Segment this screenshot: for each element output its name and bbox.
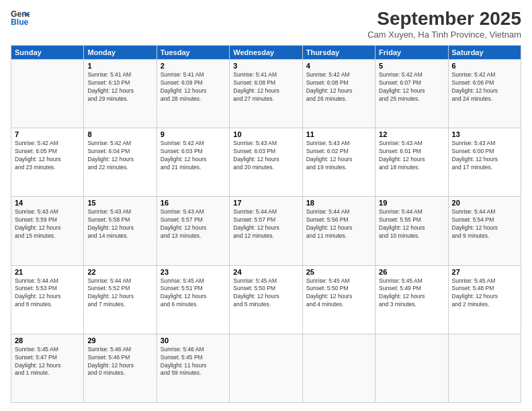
table-row: 12Sunrise: 5:43 AM Sunset: 6:01 PM Dayli… <box>375 128 448 197</box>
day-number: 2 <box>161 62 226 70</box>
day-info: Sunrise: 5:45 AM Sunset: 5:50 PM Dayligh… <box>233 277 298 310</box>
day-number: 30 <box>161 336 226 345</box>
table-row: 3Sunrise: 5:41 AM Sunset: 6:08 PM Daylig… <box>230 60 302 128</box>
calendar-week-row: 1Sunrise: 5:41 AM Sunset: 6:10 PM Daylig… <box>11 60 521 128</box>
day-number: 17 <box>233 199 298 207</box>
table-row: 4Sunrise: 5:42 AM Sunset: 6:08 PM Daylig… <box>302 60 375 128</box>
day-info: Sunrise: 5:44 AM Sunset: 5:52 PM Dayligh… <box>87 277 152 310</box>
day-number: 27 <box>452 268 517 276</box>
table-row: 23Sunrise: 5:45 AM Sunset: 5:51 PM Dayli… <box>157 265 229 334</box>
day-info: Sunrise: 5:44 AM Sunset: 5:53 PM Dayligh… <box>15 277 80 310</box>
table-row: 17Sunrise: 5:44 AM Sunset: 5:57 PM Dayli… <box>230 197 302 265</box>
day-number: 13 <box>452 130 517 138</box>
day-info: Sunrise: 5:44 AM Sunset: 5:54 PM Dayligh… <box>452 208 517 240</box>
table-row: 22Sunrise: 5:44 AM Sunset: 5:52 PM Dayli… <box>84 265 157 334</box>
col-thursday: Thursday <box>302 46 375 60</box>
day-info: Sunrise: 5:43 AM Sunset: 6:03 PM Dayligh… <box>233 140 298 172</box>
calendar-week-row: 7Sunrise: 5:42 AM Sunset: 6:05 PM Daylig… <box>11 128 521 197</box>
logo-icon: General Blue <box>11 8 30 27</box>
day-number: 11 <box>306 130 371 138</box>
day-number: 20 <box>452 199 517 207</box>
day-number: 6 <box>452 62 517 70</box>
table-row: 2Sunrise: 5:41 AM Sunset: 6:09 PM Daylig… <box>157 60 229 128</box>
day-number: 1 <box>87 62 152 70</box>
calendar-body: 1Sunrise: 5:41 AM Sunset: 6:10 PM Daylig… <box>11 60 521 403</box>
col-monday: Monday <box>84 46 157 60</box>
day-number: 12 <box>379 130 444 138</box>
logo: General Blue <box>11 8 30 27</box>
table-row: 10Sunrise: 5:43 AM Sunset: 6:03 PM Dayli… <box>230 128 302 197</box>
table-row <box>230 334 302 402</box>
table-row: 5Sunrise: 5:42 AM Sunset: 6:07 PM Daylig… <box>375 60 448 128</box>
day-info: Sunrise: 5:42 AM Sunset: 6:06 PM Dayligh… <box>452 71 517 103</box>
day-number: 28 <box>15 336 80 345</box>
day-info: Sunrise: 5:45 AM Sunset: 5:47 PM Dayligh… <box>15 346 80 378</box>
day-info: Sunrise: 5:44 AM Sunset: 5:56 PM Dayligh… <box>306 208 371 240</box>
table-row: 29Sunrise: 5:46 AM Sunset: 5:46 PM Dayli… <box>84 334 157 402</box>
day-info: Sunrise: 5:45 AM Sunset: 5:50 PM Dayligh… <box>306 277 371 310</box>
day-info: Sunrise: 5:46 AM Sunset: 5:45 PM Dayligh… <box>161 346 226 378</box>
table-row: 11Sunrise: 5:43 AM Sunset: 6:02 PM Dayli… <box>302 128 375 197</box>
col-friday: Friday <box>375 46 448 60</box>
day-info: Sunrise: 5:43 AM Sunset: 5:57 PM Dayligh… <box>161 208 226 240</box>
day-number: 16 <box>161 199 226 207</box>
day-number: 19 <box>379 199 444 207</box>
table-row: 26Sunrise: 5:45 AM Sunset: 5:49 PM Dayli… <box>375 265 448 334</box>
calendar-week-row: 28Sunrise: 5:45 AM Sunset: 5:47 PM Dayli… <box>11 334 521 402</box>
calendar-header-row: Sunday Monday Tuesday Wednesday Thursday… <box>11 46 521 60</box>
table-row: 19Sunrise: 5:44 AM Sunset: 5:55 PM Dayli… <box>375 197 448 265</box>
day-info: Sunrise: 5:41 AM Sunset: 6:10 PM Dayligh… <box>87 71 152 103</box>
day-info: Sunrise: 5:44 AM Sunset: 5:55 PM Dayligh… <box>379 208 444 240</box>
day-info: Sunrise: 5:42 AM Sunset: 6:07 PM Dayligh… <box>379 71 444 103</box>
calendar-week-row: 14Sunrise: 5:43 AM Sunset: 5:59 PM Dayli… <box>11 197 521 265</box>
col-saturday: Saturday <box>448 46 521 60</box>
col-sunday: Sunday <box>11 46 84 60</box>
day-number: 18 <box>306 199 371 207</box>
day-number: 23 <box>161 268 226 276</box>
day-number: 3 <box>233 62 298 70</box>
day-info: Sunrise: 5:42 AM Sunset: 6:08 PM Dayligh… <box>306 71 371 103</box>
day-number: 24 <box>233 268 298 276</box>
month-title: September 2025 <box>367 8 521 30</box>
day-info: Sunrise: 5:45 AM Sunset: 5:48 PM Dayligh… <box>452 277 517 310</box>
day-info: Sunrise: 5:43 AM Sunset: 6:00 PM Dayligh… <box>452 140 517 172</box>
day-info: Sunrise: 5:45 AM Sunset: 5:49 PM Dayligh… <box>379 277 444 310</box>
day-info: Sunrise: 5:46 AM Sunset: 5:46 PM Dayligh… <box>87 346 152 378</box>
table-row: 7Sunrise: 5:42 AM Sunset: 6:05 PM Daylig… <box>11 128 84 197</box>
table-row <box>375 334 448 402</box>
svg-text:Blue: Blue <box>11 17 29 27</box>
table-row: 30Sunrise: 5:46 AM Sunset: 5:45 PM Dayli… <box>157 334 229 402</box>
calendar-table: Sunday Monday Tuesday Wednesday Thursday… <box>11 45 521 403</box>
page: General Blue September 2025 Cam Xuyen, H… <box>0 0 532 411</box>
day-info: Sunrise: 5:42 AM Sunset: 6:04 PM Dayligh… <box>87 140 152 172</box>
title-section: September 2025 Cam Xuyen, Ha Tinh Provin… <box>367 8 521 40</box>
day-number: 8 <box>87 130 152 138</box>
day-number: 22 <box>87 268 152 276</box>
day-number: 5 <box>379 62 444 70</box>
table-row: 16Sunrise: 5:43 AM Sunset: 5:57 PM Dayli… <box>157 197 229 265</box>
day-info: Sunrise: 5:45 AM Sunset: 5:51 PM Dayligh… <box>161 277 226 310</box>
day-info: Sunrise: 5:43 AM Sunset: 6:02 PM Dayligh… <box>306 140 371 172</box>
table-row: 18Sunrise: 5:44 AM Sunset: 5:56 PM Dayli… <box>302 197 375 265</box>
table-row: 25Sunrise: 5:45 AM Sunset: 5:50 PM Dayli… <box>302 265 375 334</box>
table-row: 14Sunrise: 5:43 AM Sunset: 5:59 PM Dayli… <box>11 197 84 265</box>
day-info: Sunrise: 5:43 AM Sunset: 5:58 PM Dayligh… <box>87 208 152 240</box>
day-number: 25 <box>306 268 371 276</box>
day-info: Sunrise: 5:44 AM Sunset: 5:57 PM Dayligh… <box>233 208 298 240</box>
day-info: Sunrise: 5:43 AM Sunset: 6:01 PM Dayligh… <box>379 140 444 172</box>
day-info: Sunrise: 5:41 AM Sunset: 6:09 PM Dayligh… <box>161 71 226 103</box>
day-info: Sunrise: 5:42 AM Sunset: 6:03 PM Dayligh… <box>161 140 226 172</box>
table-row: 1Sunrise: 5:41 AM Sunset: 6:10 PM Daylig… <box>84 60 157 128</box>
table-row: 6Sunrise: 5:42 AM Sunset: 6:06 PM Daylig… <box>448 60 521 128</box>
table-row: 13Sunrise: 5:43 AM Sunset: 6:00 PM Dayli… <box>448 128 521 197</box>
day-number: 14 <box>15 199 80 207</box>
col-wednesday: Wednesday <box>230 46 302 60</box>
day-number: 9 <box>161 130 226 138</box>
calendar-week-row: 21Sunrise: 5:44 AM Sunset: 5:53 PM Dayli… <box>11 265 521 334</box>
table-row: 28Sunrise: 5:45 AM Sunset: 5:47 PM Dayli… <box>11 334 84 402</box>
table-row <box>302 334 375 402</box>
header: General Blue September 2025 Cam Xuyen, H… <box>11 8 521 40</box>
table-row: 21Sunrise: 5:44 AM Sunset: 5:53 PM Dayli… <box>11 265 84 334</box>
col-tuesday: Tuesday <box>157 46 229 60</box>
day-info: Sunrise: 5:41 AM Sunset: 6:08 PM Dayligh… <box>233 71 298 103</box>
